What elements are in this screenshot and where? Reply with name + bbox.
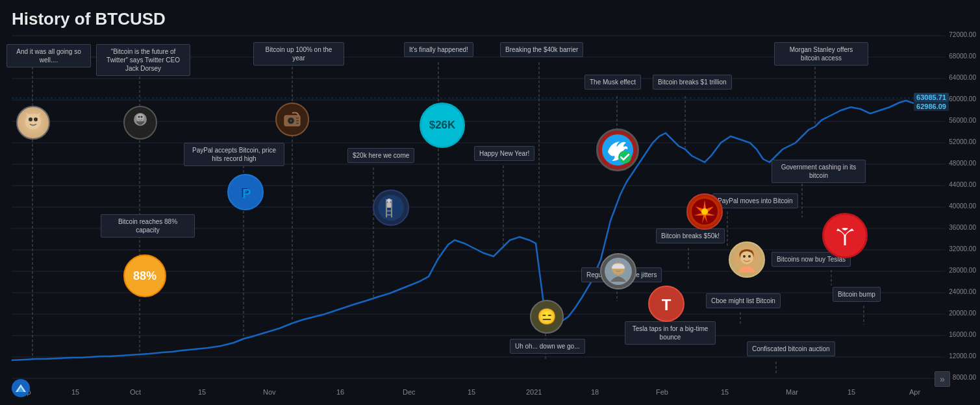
y-label-52000: 52000.00 [949,138,976,145]
ann-government: Government cashing in its bitcoin [772,160,866,183]
svg-rect-64 [387,202,391,208]
ann-1-trillion: Bitcoin breaks $1 trillion [653,75,732,90]
y-label-32000: 32000.00 [949,245,976,252]
svg-point-40 [29,117,32,121]
ann-down-we-go: Uh oh... down we go... [510,339,585,354]
x-label-mar: Mar [786,388,798,396]
svg-point-79 [748,255,751,258]
logo-icon [12,379,30,397]
y-label-48000: 48000.00 [949,160,976,167]
x-label-15b: 15 [198,388,206,396]
svg-point-78 [743,255,746,258]
y-label-60000: 60000.00 [949,95,976,103]
y-label-8000: 8000.00 [953,374,976,381]
svg-text:P: P [242,186,251,201]
svg-point-47 [141,116,143,118]
x-label-2021: 2021 [526,388,542,396]
svg-point-73 [701,208,708,215]
svg-point-63 [387,199,391,202]
circle-tesla-dark: T [648,286,685,322]
y-label-72000: 72000.00 [949,31,976,38]
svg-point-77 [740,251,753,264]
ann-bitcoin-bump: Bitcoin bump [833,287,881,302]
circle-explosion [686,193,723,230]
svg-point-46 [138,116,140,118]
ann-morgan-stanley: Morgan Stanley offers bitcoin access [774,42,868,66]
y-label-68000: 68000.00 [949,53,976,60]
y-label-16000: 16000.00 [949,331,976,338]
svg-rect-53 [296,123,299,124]
circle-ladder-man [373,190,409,226]
y-label-20000: 20000.00 [949,310,976,317]
svg-rect-51 [296,117,299,119]
x-label-nov: Nov [263,388,276,396]
x-label-oct: Oct [130,388,141,396]
ann-tesla-taps: Tesla taps in for a big-time bounce [625,321,716,345]
circle-tesla-red [822,213,868,258]
ann-paypal-accepts: PayPal accepts Bitcoin, price hits recor… [184,143,284,166]
ann-40k: Breaking the $40k barrier [500,42,583,57]
x-label-15c: 15 [468,388,475,396]
chevron-right-button[interactable]: » [935,371,950,387]
svg-text:T: T [662,296,672,313]
x-label-15e: 15 [848,388,855,396]
ann-confiscated: Confiscated bitcoin auction [747,341,835,356]
ann-cboe: Cboe might list Bitcoin [706,293,781,308]
circle-woman-face [729,241,765,278]
y-label-40000: 40000.00 [949,202,976,210]
ann-finally: It's finally happened! [404,42,473,57]
ann-50k: Bitcoin breaks $50k! [656,228,725,243]
circle-88pct: 88% [123,254,166,297]
prev-price-label: 62986.09 [914,102,949,111]
x-label-feb: Feb [656,388,668,396]
x-label-15a: 15 [71,388,79,396]
ann-happy-new-year: Happy New Year! [474,146,534,161]
ann-musk-effect: The Musk effect [584,75,641,90]
current-price-label: 63085.71 [914,93,949,102]
circle-jack-dorsey [123,106,157,140]
x-label-16: 16 [336,388,344,396]
ann-bitcoin-100: Bitcoin up 100% on the year [253,42,344,66]
circle-26k: $26K [420,103,465,148]
x-label-dec: Dec [403,388,416,396]
svg-point-50 [290,119,292,122]
chart-container: History of BTCUSD [0,0,980,405]
circle-paypal: P P [227,174,264,210]
ann-20k: $20k here we come [347,148,414,163]
y-label-56000: 56000.00 [949,117,976,124]
y-label-12000: 12000.00 [949,352,976,360]
circle-sad-face: 😑 [530,300,564,334]
y-label-24000: 24000.00 [949,288,976,295]
circle-radio [275,103,309,136]
svg-point-41 [34,117,38,121]
ann-jack-dorsey: "Bitcoin is the future of Twitter" says … [96,44,190,76]
circle-cat-lady [16,106,50,140]
x-label-apr: Apr [909,388,920,396]
y-label-28000: 28000.00 [949,267,976,274]
y-label-44000: 44000.00 [949,181,976,188]
ann-paypal-moves: PayPal moves into Bitcoin [712,193,798,208]
y-label-36000: 36000.00 [949,224,976,231]
circle-twitter-musk [596,129,639,171]
circle-yellen [600,253,636,289]
x-label-18: 18 [591,388,599,396]
ann-going-well: And it was all going so well.... [6,44,91,68]
x-label-15d: 15 [721,388,729,396]
y-label-64000: 64000.00 [949,74,976,81]
ann-88pct: Bitcoin reaches 88% capacity [101,214,195,238]
svg-rect-52 [296,120,299,121]
